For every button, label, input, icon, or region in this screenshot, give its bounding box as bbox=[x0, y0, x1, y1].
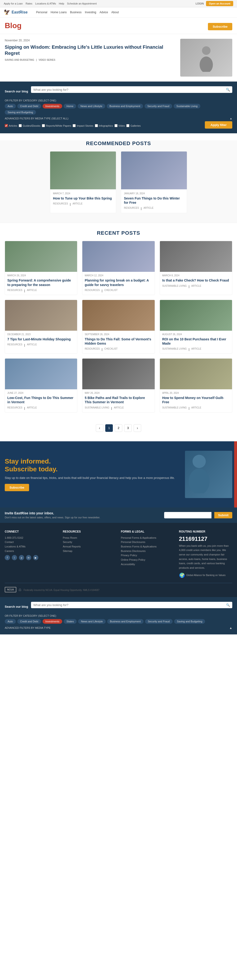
nav-investing[interactable]: Investing bbox=[85, 11, 96, 14]
logo[interactable]: 🦅 EastRise bbox=[4, 9, 28, 15]
email-invite-input[interactable] bbox=[164, 512, 212, 519]
footer-privacy-policy[interactable]: Privacy Policy bbox=[121, 553, 174, 558]
nav-business[interactable]: Business bbox=[70, 11, 82, 14]
recent-post-4[interactable]: SEPTEMBER 26, 2024 Things to Do This Fal… bbox=[82, 300, 155, 353]
bottom-filter-auto[interactable]: Auto bbox=[5, 619, 16, 624]
youtube-icon[interactable]: ▶ bbox=[33, 555, 38, 560]
bottom-filter-saving[interactable]: Saving and Budgeting bbox=[174, 619, 205, 624]
footer-accessibility[interactable]: Accessibility bbox=[121, 562, 174, 566]
recent-post-3-title[interactable]: 7 Tips for Last-Minute Holiday Shopping bbox=[7, 337, 75, 341]
footer-locations-link[interactable]: Locations & ATMs bbox=[5, 544, 58, 549]
nav-about[interactable]: About bbox=[111, 11, 119, 14]
filter-auto[interactable]: Auto bbox=[5, 104, 16, 108]
filter-sustainable[interactable]: Sustainable Living bbox=[173, 104, 200, 108]
filter-business[interactable]: Business and Employment bbox=[107, 104, 143, 108]
recent-post-1[interactable]: MARCH 12, 2024 Planning for spring break… bbox=[82, 241, 155, 295]
articles-checkbox[interactable] bbox=[5, 124, 8, 127]
recent-post-2-title[interactable]: Is that a Fake Check? How to Check Fraud bbox=[162, 278, 230, 282]
recent-post-7-title[interactable]: 5 Bike Paths and Rail Trails to Explore … bbox=[85, 396, 152, 404]
recent-post-5[interactable]: AUGUST 26, 2024 ROI on the 10 Best Purch… bbox=[160, 300, 232, 353]
pagination-page-3[interactable]: 3 bbox=[124, 424, 132, 432]
collapse-icon[interactable]: ▲ bbox=[230, 117, 232, 120]
apply-filter-button[interactable]: Apply filter bbox=[205, 121, 232, 129]
recent-post-5-title[interactable]: ROI on the 10 Best Purchases that I Ever… bbox=[162, 337, 230, 345]
recent-post-6-title[interactable]: Low-Cost, Fun Things to Do This Summer i… bbox=[7, 396, 75, 404]
bottom-filter-credit[interactable]: Credit and Debt bbox=[17, 619, 41, 624]
footer-business-disclosures[interactable]: Business Disclosures bbox=[121, 549, 174, 554]
apply-loan-link[interactable]: Apply for a Loan bbox=[4, 2, 23, 5]
filter-infographics[interactable]: Infographics bbox=[95, 124, 113, 127]
bottom-collapse-icon[interactable]: ▲ bbox=[229, 626, 232, 630]
reports-checkbox[interactable] bbox=[42, 124, 45, 127]
recommended-post-2-title[interactable]: Seven Fun Things to Do this Winter for F… bbox=[124, 196, 184, 205]
footer-contact-link[interactable]: Contact bbox=[5, 540, 58, 544]
open-account-button[interactable]: Open an Account bbox=[206, 1, 233, 6]
nav-personal[interactable]: Personal bbox=[36, 11, 47, 14]
guides-checkbox[interactable] bbox=[19, 124, 22, 127]
filter-guides[interactable]: Guides/Ebooks bbox=[19, 124, 40, 127]
recent-post-2[interactable]: MARCH 8, 2024 Is that a Fake Check? How … bbox=[160, 241, 232, 295]
footer-security[interactable]: Security bbox=[63, 540, 116, 544]
recommended-post-1[interactable]: MARCH 7, 2024 How to Tune up Your Bike t… bbox=[50, 151, 116, 213]
infographics-checkbox[interactable] bbox=[95, 124, 98, 127]
filter-news[interactable]: News and Lifestyle bbox=[78, 104, 105, 108]
locations-link[interactable]: Locations & ATMs bbox=[35, 2, 56, 5]
recent-post-3[interactable]: DECEMBER 21, 2023 7 Tips for Last-Minute… bbox=[5, 300, 77, 353]
login-link[interactable]: LOGIN bbox=[196, 2, 204, 5]
rates-link[interactable]: Rates bbox=[25, 2, 32, 5]
bottom-filter-news[interactable]: News and Lifestyle bbox=[78, 619, 105, 624]
pagination-prev[interactable]: ‹ bbox=[96, 424, 103, 432]
recommended-post-1-title[interactable]: How to Tune up Your Bike this Spring bbox=[53, 196, 113, 200]
subscribe-header-button[interactable]: Subscribe bbox=[208, 23, 232, 30]
facebook-icon[interactable]: f bbox=[5, 555, 10, 560]
bottom-filter-investments[interactable]: Investments bbox=[43, 619, 62, 624]
linkedin-icon[interactable]: in bbox=[26, 555, 31, 560]
recent-post-8-title[interactable]: How to Spend Money on Yourself Guilt-Fre… bbox=[162, 396, 230, 404]
footer-careers-link[interactable]: Careers bbox=[5, 549, 58, 554]
filter-investments[interactable]: Investments bbox=[43, 104, 62, 108]
search-input[interactable] bbox=[33, 88, 226, 91]
pagination-next[interactable]: › bbox=[134, 424, 141, 432]
nav-home-loans[interactable]: Home Loans bbox=[51, 11, 67, 14]
recent-post-8[interactable]: APRIL 20, 2024 How to Spend Money on You… bbox=[160, 358, 232, 412]
footer-personal-forms[interactable]: Personal Forms & Applications bbox=[121, 536, 174, 540]
bottom-search-input[interactable] bbox=[33, 603, 226, 607]
filter-video[interactable]: Video bbox=[115, 124, 125, 127]
pagination-page-1[interactable]: 1 bbox=[105, 424, 113, 432]
footer-annual-reports[interactable]: Annual Reports bbox=[63, 544, 116, 549]
footer-online-privacy[interactable]: Online Privacy Policy bbox=[121, 558, 174, 562]
filter-home[interactable]: Home bbox=[64, 104, 76, 108]
footer-business-forms[interactable]: Business Forms & Applications bbox=[121, 544, 174, 549]
pagination-page-2[interactable]: 2 bbox=[115, 424, 122, 432]
featured-heading[interactable]: Sipping on Wisdom: Embracing Life's Litt… bbox=[5, 44, 175, 56]
video-checkbox[interactable] bbox=[115, 124, 118, 127]
filter-credit-debt[interactable]: Credit and Debt bbox=[17, 104, 41, 108]
impact-checkbox[interactable] bbox=[73, 124, 76, 127]
bottom-filter-business[interactable]: Business and Employment bbox=[107, 619, 143, 624]
bottom-filter-states[interactable]: States bbox=[64, 619, 76, 624]
filter-impact[interactable]: Impact Stories bbox=[73, 124, 93, 127]
instagram-icon[interactable]: i bbox=[12, 555, 17, 560]
filter-articles[interactable]: Articles bbox=[5, 124, 17, 127]
recommended-post-2[interactable]: JANUARY 18, 2024 Seven Fun Things to Do … bbox=[121, 151, 187, 213]
galleries-checkbox[interactable] bbox=[126, 124, 129, 127]
recent-post-6[interactable]: JUNE 27, 2024 Low-Cost, Fun Things to Do… bbox=[5, 358, 77, 412]
footer-sitemap[interactable]: Sitemap bbox=[63, 549, 116, 554]
filter-galleries[interactable]: Galleries bbox=[126, 124, 140, 127]
nav-advice[interactable]: Advice bbox=[100, 11, 108, 14]
recent-post-0-title[interactable]: Spring Forward: A comprehensive guide to… bbox=[7, 278, 75, 287]
help-link[interactable]: Help bbox=[59, 2, 64, 5]
recent-post-1-title[interactable]: Planning for spring break on a budget: A… bbox=[85, 278, 152, 287]
footer-press-room[interactable]: Press Room bbox=[63, 536, 116, 540]
recent-post-0[interactable]: MARCH 26, 2024 Spring Forward: A compreh… bbox=[5, 241, 77, 295]
filter-security[interactable]: Security and Fraud bbox=[145, 104, 172, 108]
recent-post-4-title[interactable]: Things to Do This Fall: Some of Vermont'… bbox=[85, 337, 152, 345]
subscribe-button[interactable]: Subscribe bbox=[5, 484, 29, 491]
filter-reports[interactable]: Reports/White Papers bbox=[42, 124, 72, 127]
bottom-filter-security[interactable]: Security and Fraud bbox=[145, 619, 173, 624]
pinterest-icon[interactable]: p bbox=[19, 555, 24, 560]
schedule-link[interactable]: Schedule an Appointment bbox=[67, 2, 97, 5]
recent-post-7[interactable]: MAY 26, 2024 5 Bike Paths and Rail Trail… bbox=[82, 358, 155, 412]
footer-personal-disclosures[interactable]: Personal Disclosures bbox=[121, 540, 174, 544]
filter-saving[interactable]: Saving and Budgeting bbox=[5, 110, 36, 115]
